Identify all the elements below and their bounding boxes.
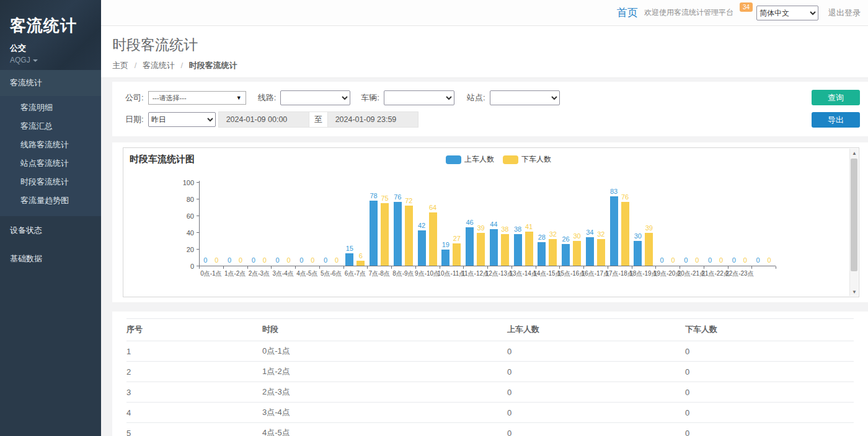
bar-value-label: 0 (757, 256, 782, 264)
language-select[interactable]: 简体中文 (756, 6, 818, 20)
scrollbar-down-arrow-icon[interactable]: ▼ (850, 287, 859, 296)
table-cell: 2点-3点 (262, 382, 507, 403)
x-tick-mark (655, 266, 656, 269)
notification-badge[interactable]: 34 (740, 2, 753, 12)
table-cell: 4点-5点 (262, 423, 507, 436)
x-tick-mark (512, 266, 512, 269)
content: 公司: ---请选择--- ▼ 线路: 车辆: 站点: 日期: 昨日 2024-… (101, 78, 868, 436)
bar-value-label: 15 (337, 245, 362, 252)
filter-panel: 公司: ---请选择--- ▼ 线路: 车辆: 站点: 日期: 昨日 2024-… (112, 82, 868, 136)
org-code-dropdown[interactable]: AQGJ (10, 56, 101, 64)
x-tick-mark (367, 266, 368, 269)
x-tick-mark (583, 266, 584, 269)
legend-item-alighting[interactable]: 下车人数 (503, 154, 551, 165)
table-row: 54点-5点00 (126, 423, 854, 436)
breadcrumb-section[interactable]: 客流统计 (143, 61, 175, 70)
sidebar-subitem-4[interactable]: 时段客流统计 (0, 173, 101, 191)
breadcrumb-home[interactable]: 主页 (112, 61, 128, 70)
sidebar-subitem-5[interactable]: 客流量趋势图 (0, 191, 101, 210)
x-tick-mark (271, 266, 272, 269)
sidebar-item-passenger-stats[interactable]: 客流统计 (0, 70, 101, 96)
x-tick-mark (199, 266, 200, 269)
table-cell: 0 (685, 341, 854, 362)
chart-box: 时段车流统计图 上车人数 下车人数 020406080100000点-1点001… (123, 147, 859, 297)
table-cell: 0 (507, 423, 685, 436)
line-select[interactable] (280, 90, 350, 105)
y-tick-label: 60 (169, 212, 194, 220)
x-tick-mark (680, 266, 680, 269)
page-heading: 时段客流统计 主页 / 客流统计 / 时段客流统计 (101, 26, 868, 78)
x-tick-mark (223, 266, 224, 269)
chart-vertical-scrollbar[interactable]: ▲ ▼ (849, 149, 858, 296)
x-tick-mark (632, 266, 632, 269)
bar-上车人数-15 (562, 244, 570, 266)
bar-下车人数-11 (477, 233, 485, 266)
y-tick-mark (197, 216, 199, 216)
home-link[interactable]: 首页 (617, 6, 638, 20)
table-row: 10点-1点00 (126, 341, 854, 362)
legend-item-boarding[interactable]: 上车人数 (446, 154, 494, 165)
sidebar-item-other-0[interactable]: 设备状态 (0, 216, 101, 245)
company-label: 公司: (125, 92, 144, 103)
date-preset-select[interactable]: 昨日 (148, 112, 216, 127)
table-row: 32点-3点00 (126, 382, 854, 403)
sidebar-subitem-3[interactable]: 站点客流统计 (0, 154, 101, 173)
sidebar-subitem-2[interactable]: 线路客流统计 (0, 136, 101, 154)
scrollbar-up-arrow-icon[interactable]: ▲ (850, 149, 859, 157)
station-select[interactable] (490, 90, 560, 105)
x-tick-mark (704, 266, 704, 269)
table-cell: 5 (126, 423, 262, 436)
table-header-0: 序号 (126, 319, 262, 341)
line-label: 线路: (258, 92, 277, 103)
bar-value-label: 41 (516, 223, 541, 230)
x-tick-mark (608, 266, 608, 269)
sidebar-subitem-1[interactable]: 客流汇总 (0, 117, 101, 136)
date-from-input[interactable]: 2024-01-09 00:00 (218, 111, 309, 128)
logout-link[interactable]: 退出登录 (828, 7, 861, 19)
sidebar-item-other-1[interactable]: 基础数据 (0, 245, 101, 273)
x-tick-mark (391, 266, 392, 269)
bar-上车人数-16 (586, 237, 594, 266)
search-button[interactable]: 查询 (812, 90, 860, 105)
company-select[interactable]: ---请选择--- ▼ (148, 91, 246, 105)
org-name: 公交 (10, 43, 101, 54)
bar-value-label: 39 (637, 224, 662, 232)
bar-上车人数-9 (418, 230, 426, 266)
breadcrumb-current: 时段客流统计 (189, 61, 237, 70)
date-label: 日期: (125, 114, 144, 125)
bar-下车人数-15 (573, 241, 581, 266)
sidebar-group-passenger-stats: 客流统计 客流明细客流汇总线路客流统计站点客流统计时段客流统计客流量趋势图 (0, 70, 101, 216)
chart-legend: 上车人数 下车人数 (446, 154, 551, 165)
table-row: 43点-4点00 (126, 403, 854, 423)
sidebar-subitem-0[interactable]: 客流明细 (0, 98, 101, 117)
y-tick-label: 80 (169, 196, 194, 203)
table-cell: 0 (507, 362, 685, 382)
table-cell: 0 (685, 382, 854, 403)
table-cell: 1点-2点 (262, 362, 507, 382)
y-tick-mark (197, 199, 199, 199)
x-tick-mark (295, 266, 296, 269)
y-tick-mark (197, 182, 199, 183)
x-tick-mark (728, 266, 728, 269)
bar-上车人数-14 (538, 242, 546, 266)
sidebar-submenu: 客流明细客流汇总线路客流统计站点客流统计时段客流统计客流量趋势图 (0, 96, 101, 216)
table-cell: 0 (507, 341, 685, 362)
vehicle-label: 车辆: (361, 92, 379, 103)
table-header-3: 下车人数 (685, 319, 854, 341)
x-tick-mark (415, 266, 416, 269)
bar-value-label: 72 (396, 197, 421, 204)
table-panel: 序号时段上车人数下车人数 10点-1点0021点-2点0032点-3点0043点… (112, 312, 868, 436)
x-tick-mark (440, 266, 440, 269)
date-to-input[interactable]: 2024-01-09 23:59 (327, 111, 418, 128)
bar-上车人数-13 (514, 234, 522, 266)
bar-value-label: 64 (420, 204, 445, 211)
chart-panel: 时段车流统计图 上车人数 下车人数 020406080100000点-1点001… (112, 142, 868, 302)
export-button[interactable]: 导出 (812, 112, 860, 128)
x-tick-mark (559, 266, 560, 269)
bar-下车人数-14 (549, 239, 557, 266)
vehicle-select[interactable] (384, 90, 454, 105)
bar-下车人数-9 (429, 212, 437, 266)
y-tick-mark (197, 249, 199, 250)
scrollbar-thumb[interactable] (851, 159, 857, 271)
table-header-2: 上车人数 (507, 319, 685, 341)
